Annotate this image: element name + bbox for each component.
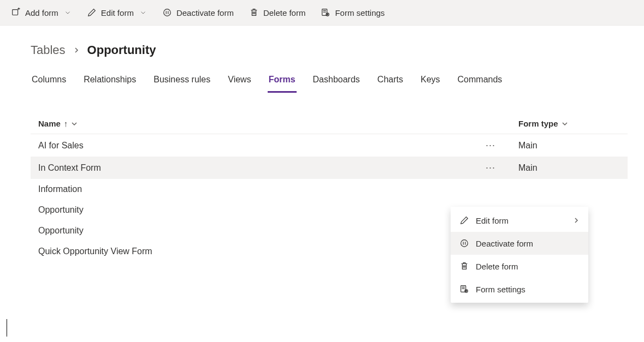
table-row[interactable]: In Context Form ··· Main <box>31 157 628 179</box>
column-type-label: Form type <box>518 119 558 128</box>
chevron-down-icon <box>71 121 78 127</box>
menu-label: Deactivate form <box>476 239 580 248</box>
breadcrumb-current: Opportunity <box>87 43 156 57</box>
tab-forms[interactable]: Forms <box>268 71 297 93</box>
row-name: Quick Opportunity View Form <box>38 247 486 256</box>
table-row[interactable]: AI for Sales ··· Main <box>31 134 628 157</box>
add-form-button[interactable]: Add form <box>4 4 78 21</box>
chevron-down-icon <box>139 9 147 16</box>
sort-ascending-icon: ↑ <box>64 119 68 128</box>
chevron-right-icon <box>573 216 580 225</box>
svg-rect-0 <box>13 10 18 15</box>
breadcrumb-separator <box>73 45 80 56</box>
row-type: Main <box>518 141 628 151</box>
tab-charts[interactable]: Charts <box>376 71 404 93</box>
chevron-right-icon <box>73 47 80 53</box>
new-form-icon <box>11 8 21 17</box>
deactivate-form-label: Deactivate form <box>176 8 234 17</box>
svg-point-5 <box>461 240 468 247</box>
tab-relationships[interactable]: Relationships <box>82 71 137 93</box>
menu-label: Delete form <box>476 262 580 271</box>
add-form-label: Add form <box>25 8 58 17</box>
row-actions-button[interactable]: ··· <box>486 140 518 151</box>
trash-icon <box>459 261 469 271</box>
delete-form-button[interactable]: Delete form <box>243 4 312 21</box>
edit-form-button[interactable]: Edit form <box>80 4 153 21</box>
tab-views[interactable]: Views <box>227 71 252 93</box>
menu-deactivate-form[interactable]: Deactivate form <box>451 232 588 255</box>
svg-point-1 <box>164 9 171 16</box>
tab-dashboards[interactable]: Dashboards <box>312 71 361 93</box>
deactivate-form-button[interactable]: Deactivate form <box>156 4 240 21</box>
menu-edit-form[interactable]: Edit form <box>451 209 588 232</box>
row-actions-button[interactable]: ··· <box>486 162 518 173</box>
column-name-label: Name <box>38 119 61 128</box>
tab-commands[interactable]: Commands <box>457 71 504 93</box>
row-name: In Context Form <box>38 163 486 173</box>
table-row[interactable]: Information <box>31 179 628 200</box>
row-name: Opportunity <box>38 226 486 236</box>
breadcrumb-root[interactable]: Tables <box>31 43 66 57</box>
tab-columns[interactable]: Columns <box>31 71 67 93</box>
row-name: Opportunity <box>38 205 486 215</box>
pencil-icon <box>459 215 469 225</box>
pause-circle-icon <box>162 8 172 17</box>
column-header-name[interactable]: Name ↑ <box>38 119 486 128</box>
chevron-down-icon <box>64 9 72 16</box>
edit-form-label: Edit form <box>101 8 134 17</box>
column-header-form-type[interactable]: Form type <box>518 119 628 128</box>
row-name: Information <box>38 184 486 194</box>
tab-keys[interactable]: Keys <box>420 71 441 93</box>
breadcrumb: Tables Opportunity <box>0 26 644 62</box>
form-settings-icon <box>321 8 330 17</box>
menu-label: Edit form <box>476 216 566 225</box>
row-type: Main <box>518 163 628 173</box>
menu-delete-form[interactable]: Delete form <box>451 255 588 273</box>
pencil-icon <box>87 8 97 17</box>
tabs: Columns Relationships Business rules Vie… <box>0 62 644 93</box>
pause-circle-icon <box>459 238 469 248</box>
form-settings-button[interactable]: Form settings <box>314 4 391 21</box>
chevron-down-icon <box>562 121 568 127</box>
trash-icon <box>249 8 259 17</box>
toolbar: Add form Edit form Deactivate form Delet… <box>0 0 644 26</box>
tab-business-rules[interactable]: Business rules <box>152 71 211 93</box>
context-menu: Edit form Deactivate form Delete form Fo… <box>451 207 588 273</box>
svg-point-3 <box>326 13 329 16</box>
row-name: AI for Sales <box>38 141 486 151</box>
delete-form-label: Delete form <box>263 8 306 17</box>
table-header: Name ↑ Form type <box>31 115 628 134</box>
form-settings-label: Form settings <box>335 8 385 17</box>
svg-point-4 <box>327 14 328 15</box>
